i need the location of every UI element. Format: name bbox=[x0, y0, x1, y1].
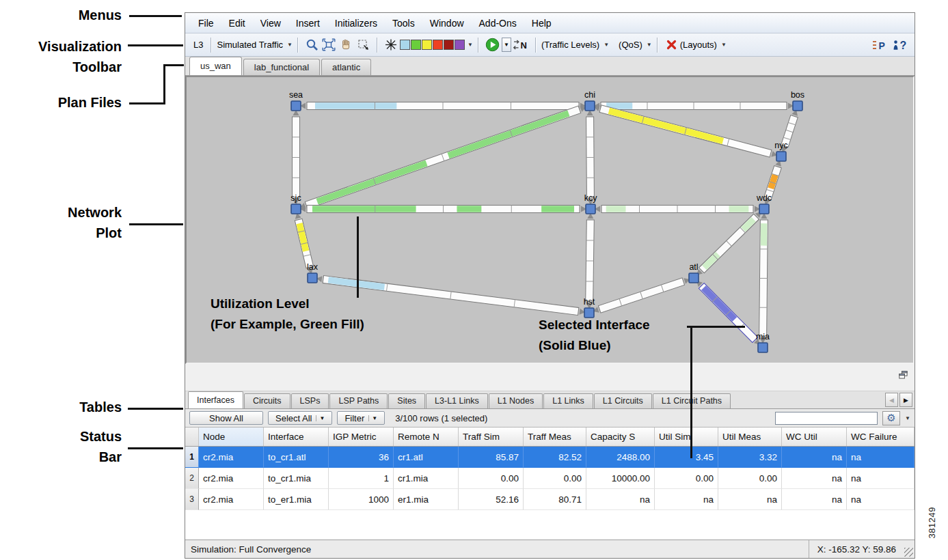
run-options-caret-icon[interactable]: ▼ bbox=[502, 38, 511, 52]
plan-tab-us-wan[interactable]: us_wan bbox=[189, 57, 242, 75]
link-hst-atl[interactable] bbox=[592, 276, 691, 316]
select-all-button[interactable]: Select All ▼ bbox=[268, 411, 332, 425]
menu-window[interactable]: Window bbox=[422, 18, 472, 29]
link-sea-chi[interactable] bbox=[300, 102, 586, 110]
column-header-wc-util[interactable]: WC Util bbox=[782, 428, 847, 446]
qos-dropdown[interactable]: (QoS) ▼ bbox=[619, 40, 652, 50]
table-tab-sites[interactable]: Sites bbox=[388, 393, 425, 408]
menu-initializers[interactable]: Initializers bbox=[327, 18, 385, 29]
node-label-lax: lax bbox=[307, 262, 319, 272]
table-row[interactable]: 2cr2.miato_cr1.mia1cr1.mia0.000.0010000.… bbox=[185, 468, 915, 489]
column-header-util-sim[interactable]: Util Sim bbox=[655, 428, 718, 446]
link-atl-mia[interactable] bbox=[694, 278, 762, 347]
table-cell: na bbox=[655, 489, 718, 510]
table-tab-circuits[interactable]: Circuits bbox=[244, 393, 290, 408]
table-settings-button[interactable]: ⚙ bbox=[882, 411, 900, 425]
menu-file[interactable]: File bbox=[191, 18, 221, 29]
table-tab-l1-circuits[interactable]: L1 Circuits bbox=[594, 393, 652, 408]
pan-hand-icon[interactable] bbox=[338, 36, 355, 53]
table-tab-lsp-paths[interactable]: LSP Paths bbox=[329, 393, 388, 408]
fit-to-window-icon[interactable] bbox=[321, 36, 338, 53]
panel-splitter[interactable] bbox=[185, 364, 915, 391]
run-simulation-icon[interactable] bbox=[484, 36, 501, 53]
settings-caret-icon[interactable]: ▼ bbox=[905, 415, 910, 421]
traffic-view-dropdown[interactable]: Simulated Traffic ▼ bbox=[217, 40, 293, 50]
table-cell: to_cr1.mia bbox=[264, 468, 329, 489]
node-sea[interactable]: sea bbox=[289, 90, 303, 111]
simulation-analysis-icon[interactable]: N bbox=[511, 36, 530, 53]
column-header-wc-failure[interactable]: WC Failure bbox=[847, 428, 915, 446]
layer-selector[interactable]: L3 bbox=[191, 40, 206, 50]
node-atl[interactable]: atl bbox=[689, 262, 699, 283]
mesh-layout-icon[interactable] bbox=[383, 36, 400, 53]
node-nyc[interactable]: nyc bbox=[774, 141, 787, 161]
help-icon[interactable]: ? bbox=[890, 36, 909, 53]
utilization-pointer-line bbox=[357, 216, 359, 298]
visualization-toolbar: L3 Simulated Traffic ▼ ▼ ▼ N (Traffic Le… bbox=[185, 33, 915, 57]
column-header-traff-meas[interactable]: Traff Meas bbox=[524, 428, 586, 446]
row-number-header bbox=[185, 428, 199, 446]
link-kcy-hst[interactable] bbox=[586, 213, 595, 309]
menu-tools[interactable]: Tools bbox=[385, 18, 422, 29]
link-chi-kcy[interactable] bbox=[586, 110, 595, 205]
qos-label: (QoS) bbox=[619, 40, 642, 50]
table-search-input[interactable] bbox=[775, 412, 878, 425]
table-row[interactable]: 3cr2.miato_er1.mia1000er1.mia52.1680.71n… bbox=[185, 489, 915, 510]
menu-view[interactable]: View bbox=[253, 18, 288, 29]
column-header-interface[interactable]: Interface bbox=[264, 428, 329, 446]
link-chi-nyc[interactable] bbox=[593, 103, 778, 159]
table-tab-l3-l1-links[interactable]: L3-L1 Links bbox=[426, 393, 488, 408]
tab-scroll-left-button[interactable]: ◀ bbox=[885, 393, 898, 407]
float-panel-icon[interactable] bbox=[897, 369, 909, 380]
color-scale-caret-icon[interactable]: ▼ bbox=[468, 42, 473, 48]
table-tab-l1-links[interactable]: L1 Links bbox=[543, 393, 593, 408]
node-chi[interactable]: chi bbox=[584, 90, 595, 111]
column-header-igp-metric[interactable]: IGP Metric bbox=[329, 428, 394, 446]
menu-add-ons[interactable]: Add-Ons bbox=[472, 18, 524, 29]
link-sea-sjc[interactable] bbox=[293, 110, 300, 205]
column-header-util-meas[interactable]: Util Meas bbox=[718, 428, 782, 446]
show-all-button[interactable]: Show All bbox=[189, 411, 263, 425]
utilization-color-swatch-4 bbox=[444, 40, 454, 50]
note-selected-interface-line2: (Solid Blue) bbox=[539, 338, 611, 353]
tab-scroll-right-button[interactable]: ▶ bbox=[899, 393, 912, 407]
column-header-traff-sim[interactable]: Traff Sim bbox=[459, 428, 524, 446]
link-wdc-mia[interactable] bbox=[759, 213, 768, 344]
menu-insert[interactable]: Insert bbox=[288, 18, 327, 29]
table-tab-l1-nodes[interactable]: L1 Nodes bbox=[489, 393, 543, 408]
traffic-levels-dropdown[interactable]: (Traffic Levels) ▼ bbox=[541, 40, 609, 50]
resize-grip[interactable] bbox=[904, 548, 913, 557]
plan-tab-atlantic[interactable]: atlantic bbox=[321, 59, 371, 75]
node-wdc[interactable]: wdc bbox=[756, 193, 772, 214]
column-header-capacity-s[interactable]: Capacity S bbox=[586, 428, 655, 446]
cursor-coordinates: X: -165.32 Y: 59.86 bbox=[809, 540, 904, 558]
layouts-dropdown[interactable]: (Layouts) ▼ bbox=[680, 40, 727, 50]
node-lax[interactable]: lax bbox=[307, 262, 319, 283]
table-tab-interfaces[interactable]: Interfaces bbox=[188, 391, 243, 408]
utilization-color-scale[interactable] bbox=[400, 40, 465, 50]
zoom-icon[interactable] bbox=[303, 36, 321, 53]
callout-line-tables bbox=[128, 408, 183, 410]
menu-help[interactable]: Help bbox=[524, 18, 559, 29]
plot-options-icon[interactable]: P bbox=[869, 36, 887, 53]
table-tab-lsps[interactable]: LSPs bbox=[291, 393, 329, 408]
clear-failures-icon[interactable] bbox=[663, 36, 680, 53]
select-region-icon[interactable] bbox=[355, 36, 372, 53]
callout-line-plan-files-h2 bbox=[163, 64, 184, 66]
node-bos[interactable]: bos bbox=[791, 90, 804, 111]
toolbar-separator bbox=[377, 38, 378, 53]
menu-edit[interactable]: Edit bbox=[221, 18, 253, 29]
table-cell: er1.mia bbox=[394, 489, 459, 510]
column-header-remote-n[interactable]: Remote N bbox=[394, 428, 459, 446]
callout-line-plan-files-v bbox=[163, 64, 165, 104]
link-sjc-chi[interactable] bbox=[299, 104, 587, 211]
link-chi-bos[interactable] bbox=[594, 102, 794, 110]
link-kcy-wdc[interactable] bbox=[595, 206, 760, 213]
callout-tables: Tables bbox=[5, 400, 122, 415]
column-header-node[interactable]: Node bbox=[199, 428, 264, 446]
table-row[interactable]: 1cr2.miato_cr1.atl36cr1.atl85.8782.52248… bbox=[185, 447, 915, 468]
link-sjc-kcy[interactable] bbox=[300, 206, 586, 213]
link-atl-wdc[interactable] bbox=[694, 209, 763, 277]
plan-tab-lab-functional[interactable]: lab_functional bbox=[243, 59, 320, 75]
filter-button[interactable]: Filter ▼ bbox=[337, 411, 385, 425]
